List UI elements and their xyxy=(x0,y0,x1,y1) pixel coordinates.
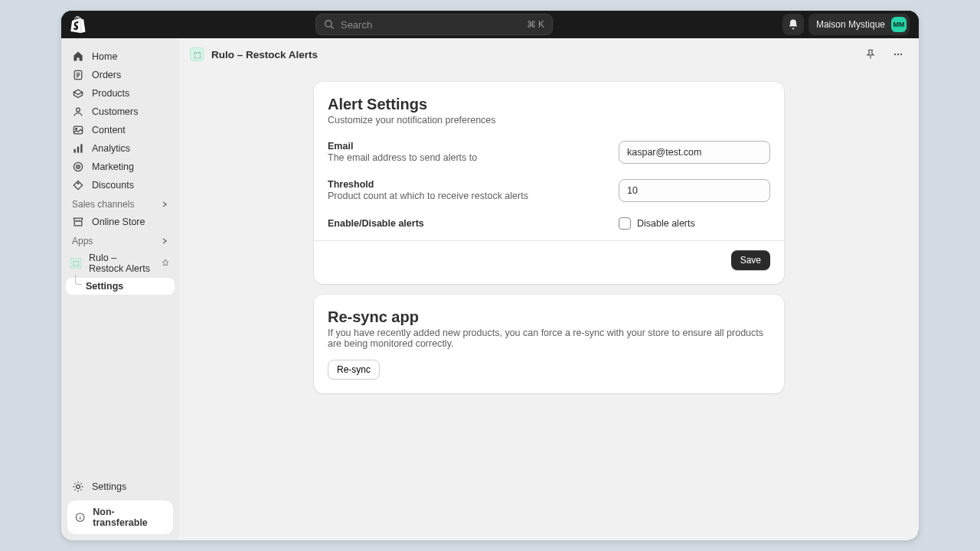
customers-icon xyxy=(72,106,84,118)
info-icon xyxy=(75,512,85,523)
pin-icon[interactable] xyxy=(161,259,170,268)
topbar: Search ⌘ K Maison Mystique MM xyxy=(61,11,919,38)
card-subtitle: Customize your notification preferences xyxy=(328,115,770,126)
page-title: Rulo – Restock Alerts xyxy=(211,49,318,60)
section-sales-channels[interactable]: Sales channels xyxy=(66,194,175,213)
search-input[interactable]: Search ⌘ K xyxy=(315,14,553,35)
divider xyxy=(314,240,784,241)
shopify-logo[interactable] xyxy=(70,16,86,33)
content-icon xyxy=(72,124,84,136)
threshold-help: Product count at which to receive restoc… xyxy=(328,191,603,201)
threshold-label: Threshold xyxy=(328,179,603,190)
email-row: Email The email address to send alerts t… xyxy=(328,136,770,174)
nav-home[interactable]: Home xyxy=(66,47,175,66)
app-window: Search ⌘ K Maison Mystique MM Home Order… xyxy=(61,11,919,540)
analytics-icon xyxy=(72,142,84,155)
checkbox-label: Disable alerts xyxy=(637,218,695,229)
disable-alerts-checkbox[interactable]: Disable alerts xyxy=(619,217,770,230)
resync-button[interactable]: Re-sync xyxy=(328,360,380,380)
save-button[interactable]: Save xyxy=(731,250,770,270)
toggle-row: Enable/Disable alerts Disable alerts xyxy=(328,213,770,237)
nav-orders[interactable]: Orders xyxy=(66,66,175,84)
search-icon xyxy=(324,19,335,30)
products-icon xyxy=(72,87,84,99)
nav-discounts[interactable]: Discounts xyxy=(66,176,175,194)
nav-analytics[interactable]: Analytics xyxy=(66,139,175,158)
orders-icon xyxy=(72,69,84,81)
threshold-row: Threshold Product count at which to rece… xyxy=(328,174,770,213)
store-name: Maison Mystique xyxy=(816,19,885,30)
svg-rect-7 xyxy=(77,147,79,153)
svg-line-1 xyxy=(331,26,334,29)
svg-point-18 xyxy=(897,54,899,55)
threshold-input[interactable] xyxy=(619,179,770,202)
resync-description: If you have recently added new products,… xyxy=(328,328,770,349)
store-switcher[interactable]: Maison Mystique MM xyxy=(808,14,910,35)
svg-point-5 xyxy=(76,128,77,129)
svg-point-12 xyxy=(77,183,79,184)
bell-icon xyxy=(787,18,799,31)
toggle-label: Enable/Disable alerts xyxy=(328,218,603,229)
svg-text:⬚: ⬚ xyxy=(73,259,80,267)
nav-customers[interactable]: Customers xyxy=(66,103,175,121)
page-header: ⬚ Rulo – Restock Alerts xyxy=(179,38,919,71)
app-icon: ⬚ xyxy=(70,258,81,269)
app-icon: ⬚ xyxy=(190,47,204,61)
svg-rect-8 xyxy=(80,144,82,152)
pin-icon xyxy=(864,48,877,60)
main-content: ⬚ Rulo – Restock Alerts Alert Settings C… xyxy=(179,38,919,540)
nav-online-store[interactable]: Online Store xyxy=(66,213,175,231)
search-placeholder: Search xyxy=(341,19,372,31)
card-heading: Alert Settings xyxy=(328,96,770,113)
nav-settings[interactable]: Settings xyxy=(66,478,175,496)
avatar: MM xyxy=(891,17,906,32)
resync-card: Re-sync app If you have recently added n… xyxy=(314,295,784,393)
dots-icon xyxy=(892,48,904,60)
notifications-button[interactable] xyxy=(782,14,804,35)
svg-point-0 xyxy=(325,21,332,27)
app-rulo[interactable]: ⬚ Rulo – Restock Alerts xyxy=(66,249,175,277)
gear-icon xyxy=(72,481,84,493)
nav-marketing[interactable]: Marketing xyxy=(66,158,175,176)
svg-point-19 xyxy=(900,54,902,55)
store-icon xyxy=(72,216,84,228)
checkbox-icon xyxy=(619,217,631,230)
svg-point-3 xyxy=(77,108,80,112)
nav-content[interactable]: Content xyxy=(66,121,175,139)
email-input[interactable] xyxy=(619,141,770,164)
search-kbd: ⌘ K xyxy=(527,19,544,30)
home-icon xyxy=(72,51,84,63)
sidebar: Home Orders Products Customers Content A… xyxy=(61,38,179,540)
more-button[interactable] xyxy=(888,44,908,64)
discounts-icon xyxy=(72,179,84,191)
svg-point-15 xyxy=(77,485,80,489)
section-apps[interactable]: Apps xyxy=(66,231,175,249)
svg-rect-6 xyxy=(74,149,75,153)
card-heading: Re-sync app xyxy=(328,308,770,326)
app-settings[interactable]: Settings xyxy=(66,278,175,295)
non-transferable-badge[interactable]: Non-transferable xyxy=(67,500,173,534)
chevron-right-icon xyxy=(161,237,168,245)
marketing-icon xyxy=(72,161,84,173)
pin-button[interactable] xyxy=(861,44,880,64)
email-label: Email xyxy=(328,141,603,152)
email-help: The email address to send alerts to xyxy=(328,152,603,163)
svg-point-17 xyxy=(894,54,896,55)
alert-settings-card: Alert Settings Customize your notificati… xyxy=(314,82,784,284)
chevron-right-icon xyxy=(161,201,168,208)
nav-products[interactable]: Products xyxy=(66,84,175,103)
svg-point-11 xyxy=(78,167,79,168)
